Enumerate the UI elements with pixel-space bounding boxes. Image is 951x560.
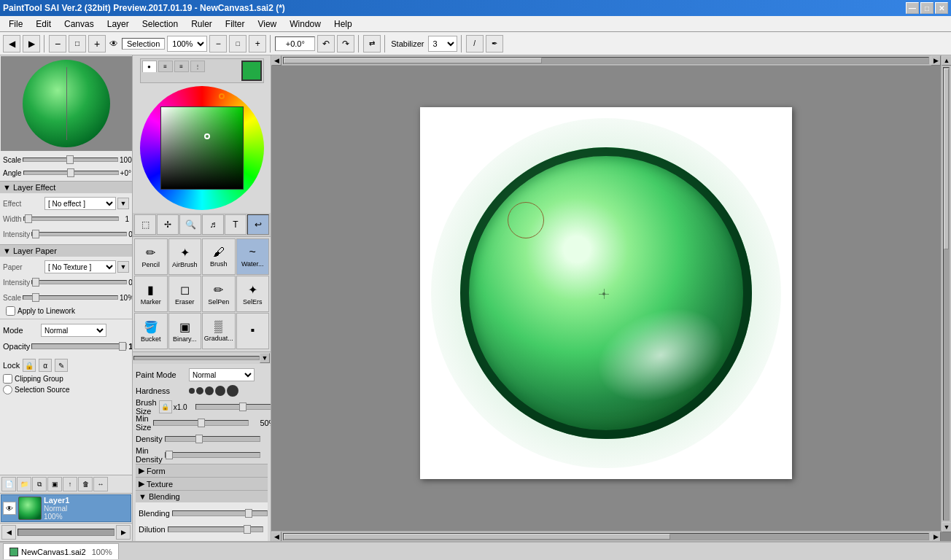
stabilizer-select[interactable]: 301245 bbox=[428, 36, 457, 52]
layer-new-button[interactable]: 📄 bbox=[1, 477, 16, 491]
color-square[interactable] bbox=[160, 106, 244, 190]
effect-select[interactable]: [ No effect ] bbox=[44, 197, 116, 210]
menu-window[interactable]: Window bbox=[284, 18, 327, 31]
zoom-select[interactable]: 100%50%200% bbox=[167, 36, 207, 52]
horizontal-scrollbar[interactable]: ◀ ▶ bbox=[271, 531, 941, 541]
min-density-slider[interactable] bbox=[165, 452, 260, 458]
selection-tool-icon[interactable]: ⬚ bbox=[134, 214, 156, 235]
menu-file[interactable]: File bbox=[3, 18, 28, 31]
apply-linework-checkbox[interactable] bbox=[6, 306, 15, 316]
color-tab-slider[interactable]: ≡ bbox=[158, 61, 173, 72]
mode-select[interactable]: NormalMultiplyScreen bbox=[41, 324, 106, 337]
menu-help[interactable]: Help bbox=[328, 18, 358, 31]
intensity-paper-slider[interactable] bbox=[31, 280, 127, 284]
ruler-button[interactable]: / bbox=[466, 35, 484, 52]
canvas-area[interactable]: ◀ ▶ bbox=[271, 55, 951, 541]
color-wheel-container[interactable] bbox=[140, 86, 264, 210]
intensity-effect-slider[interactable] bbox=[31, 232, 127, 236]
scale-slider[interactable] bbox=[23, 158, 118, 162]
maximize-button[interactable]: □ bbox=[920, 2, 933, 14]
clipping-group-checkbox[interactable] bbox=[3, 374, 12, 384]
layer-nav-next-button[interactable]: ▶ bbox=[116, 525, 131, 540]
hardness-dot-5[interactable] bbox=[227, 385, 238, 397]
pencil-tool[interactable]: ✏ Pencil bbox=[134, 238, 168, 275]
menu-layer[interactable]: Layer bbox=[101, 18, 135, 31]
brush-size-slider[interactable] bbox=[195, 404, 271, 410]
menu-ruler[interactable]: Ruler bbox=[185, 18, 218, 31]
vertical-scrollbar-thumb[interactable] bbox=[944, 69, 949, 249]
nav-next-button[interactable]: ▶ bbox=[23, 35, 40, 52]
hardness-dot-3[interactable] bbox=[205, 386, 214, 395]
hscroll-thumb[interactable] bbox=[284, 534, 670, 540]
layer-delete-button[interactable]: 🗑 bbox=[78, 477, 93, 491]
paper-select[interactable]: [ No Texture ] bbox=[44, 260, 116, 273]
layer-visibility-button[interactable]: 👁 bbox=[3, 502, 16, 515]
layer-extra-button[interactable]: ↔ bbox=[93, 477, 108, 491]
layer-duplicate-button[interactable]: ⧉ bbox=[32, 477, 47, 491]
zoom-fit-button[interactable]: □ bbox=[69, 35, 86, 52]
fill-tool-icon[interactable]: ↩ bbox=[247, 214, 269, 235]
density-slider[interactable] bbox=[165, 436, 260, 442]
rotate-cw-button[interactable]: ↷ bbox=[337, 35, 354, 52]
layer-paper-header[interactable]: ▼ Layer Paper bbox=[0, 245, 132, 257]
paper-expand-button[interactable]: ▼ bbox=[117, 261, 129, 273]
lock-pixel-button[interactable]: ✎ bbox=[55, 359, 68, 372]
min-size-slider[interactable] bbox=[153, 420, 249, 426]
brush-scrollbar[interactable] bbox=[133, 356, 260, 360]
layer-nav-prev-button[interactable]: ◀ bbox=[1, 525, 16, 540]
pen-button[interactable]: ✒ bbox=[486, 35, 503, 52]
scale-paper-slider[interactable] bbox=[23, 295, 118, 300]
zoom-out-button[interactable]: − bbox=[49, 35, 66, 52]
transform-tool-icon[interactable]: ♬ bbox=[202, 214, 224, 235]
menu-edit[interactable]: Edit bbox=[30, 18, 57, 31]
hardness-dot-4[interactable] bbox=[215, 386, 225, 396]
rotate-ccw-button[interactable]: ↶ bbox=[317, 35, 335, 52]
brush-size-lock-button[interactable]: 🔒 bbox=[159, 400, 172, 413]
color-swatch[interactable] bbox=[241, 61, 262, 81]
mirror-button[interactable]: ⇄ bbox=[363, 35, 381, 52]
marker-tool[interactable]: ▮ Marker bbox=[134, 276, 168, 312]
angle-slider[interactable] bbox=[23, 171, 119, 175]
color-tab-circle[interactable]: ● bbox=[142, 61, 157, 72]
hscroll-right-button[interactable]: ▶ bbox=[931, 532, 941, 542]
bucket-tool[interactable]: 🪣 Bucket bbox=[134, 313, 168, 349]
effect-expand-button[interactable]: ▼ bbox=[117, 198, 129, 209]
lock-all-button[interactable]: 🔒 bbox=[23, 359, 36, 372]
layer-item[interactable]: 👁 Layer1 Normal 100% bbox=[1, 494, 131, 522]
angle-input[interactable] bbox=[275, 36, 315, 51]
selers-tool[interactable]: ✦ SelErs bbox=[236, 276, 270, 312]
zoom-plus-button[interactable]: + bbox=[249, 35, 266, 52]
paint-mode-select[interactable]: NormalMultiply bbox=[189, 368, 255, 381]
width-slider[interactable] bbox=[23, 217, 119, 221]
binary-tool[interactable]: ▣ Binary... bbox=[168, 313, 202, 349]
extra-tool[interactable]: ▪ bbox=[236, 313, 270, 349]
layer-effect-header[interactable]: ▼ Layer Effect bbox=[0, 182, 132, 193]
hardness-dot-1[interactable] bbox=[189, 388, 195, 394]
menu-canvas[interactable]: Canvas bbox=[58, 18, 100, 31]
gradient-tool[interactable]: ▒ Graduat... bbox=[202, 313, 236, 349]
selpen-tool[interactable]: ✏ SelPen bbox=[202, 276, 236, 312]
zoom-in-button[interactable]: + bbox=[88, 35, 106, 52]
lock-alpha-button[interactable]: α bbox=[39, 359, 52, 372]
zoom-reset-button[interactable]: □ bbox=[229, 35, 247, 52]
nav-prev-button[interactable]: ◀ bbox=[3, 35, 20, 52]
zoom-minus-button[interactable]: − bbox=[209, 35, 227, 52]
layer-scrollbar[interactable] bbox=[18, 529, 114, 536]
scroll-up-button[interactable]: ▲ bbox=[942, 55, 951, 66]
texture-header[interactable]: ▶ Texture bbox=[136, 478, 268, 490]
watercolor-tool[interactable]: ~ Water... bbox=[236, 238, 270, 275]
vertical-scrollbar-track[interactable] bbox=[943, 67, 950, 521]
vertical-scrollbar[interactable]: ▲ ▼ bbox=[941, 55, 951, 531]
selection-source-radio[interactable] bbox=[3, 385, 12, 394]
menu-selection[interactable]: Selection bbox=[136, 18, 184, 31]
layer-move-up-button[interactable]: ↑ bbox=[63, 477, 77, 491]
dilution-slider[interactable] bbox=[168, 526, 263, 532]
color-tab-swatches[interactable]: ⋮ bbox=[190, 61, 205, 72]
layer-new-group-button[interactable]: 📁 bbox=[17, 477, 31, 491]
eraser-tool[interactable]: ◻ Eraser bbox=[168, 276, 202, 312]
minimize-button[interactable]: — bbox=[906, 2, 919, 14]
blending-header[interactable]: ▼ Blending bbox=[136, 491, 268, 502]
layer-mask-button[interactable]: ▣ bbox=[47, 477, 62, 491]
scroll-down-button[interactable]: ▼ bbox=[942, 522, 951, 532]
titlebar-controls[interactable]: — □ ✕ bbox=[906, 2, 948, 14]
